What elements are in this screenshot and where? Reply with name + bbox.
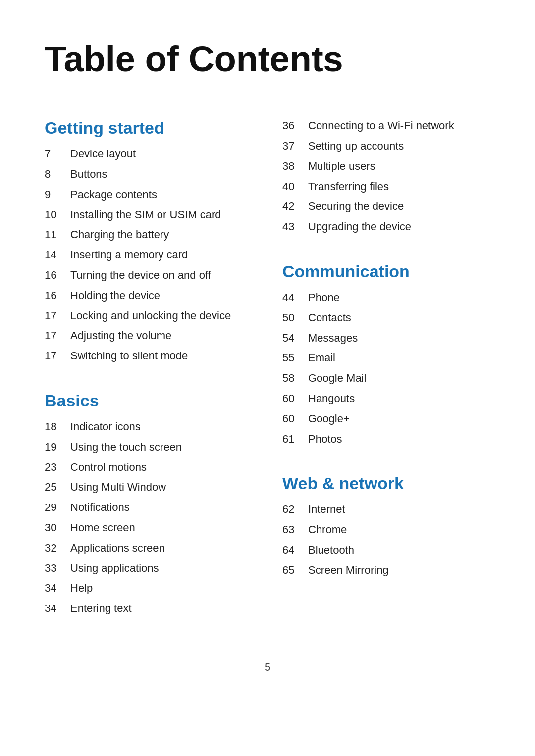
list-item: 40 Transferring files [282, 179, 490, 195]
list-item: 38 Multiple users [282, 159, 490, 174]
page-number: 33 [45, 561, 70, 576]
entry-text: Control motions [70, 460, 147, 475]
list-item: 8 Buttons [45, 167, 253, 182]
page-number: 17 [45, 308, 70, 324]
entry-text: Indicator icons [70, 419, 141, 435]
page-number: 23 [45, 460, 70, 475]
entry-text: Device layout [70, 147, 136, 162]
list-item: 14 Inserting a memory card [45, 248, 253, 263]
page-number: 25 [45, 480, 70, 495]
main-title: Table of Contents [45, 40, 490, 79]
page-number: 34 [45, 581, 70, 596]
entry-text: Google+ [308, 411, 350, 427]
list-item: 63 Chrome [282, 522, 490, 538]
entry-text: Google Mail [308, 371, 366, 386]
page-number: 14 [45, 248, 70, 263]
getting-started-list: 7 Device layout 8 Buttons 9 Package cont… [45, 147, 253, 364]
entry-text: Using Multi Window [70, 480, 166, 495]
list-item: 17 Locking and unlocking the device [45, 308, 253, 324]
entry-text: Adjusting the volume [70, 328, 171, 344]
page-number: 42 [282, 199, 308, 214]
page-number: 60 [282, 411, 308, 427]
page-footer: 5 [45, 661, 490, 674]
entry-text: Bluetooth [308, 543, 354, 558]
page-number: 65 [282, 563, 308, 578]
entry-text: Upgrading the device [308, 219, 411, 235]
page-number: 63 [282, 522, 308, 538]
communication-section: Communication 44 Phone 50 Contacts 54 Me… [282, 262, 490, 447]
entry-text: Using applications [70, 561, 159, 576]
list-item: 65 Screen Mirroring [282, 563, 490, 578]
entry-text: Locking and unlocking the device [70, 308, 231, 324]
entry-text: Applications screen [70, 541, 165, 556]
entry-text: Internet [308, 502, 345, 517]
list-item: 10 Installing the SIM or USIM card [45, 207, 253, 223]
page-number: 58 [282, 371, 308, 386]
list-item: 61 Photos [282, 432, 490, 447]
list-item: 42 Securing the device [282, 199, 490, 214]
entry-text: Connecting to a Wi-Fi network [308, 118, 454, 134]
page-number: 36 [282, 118, 308, 134]
page-number: 54 [282, 331, 308, 346]
list-item: 9 Package contents [45, 187, 253, 202]
entry-text: Transferring files [308, 179, 389, 195]
right-column: 36 Connecting to a Wi-Fi network 37 Sett… [282, 118, 490, 621]
list-item: 34 Entering text [45, 601, 253, 616]
web-network-section: Web & network 62 Internet 63 Chrome 64 B… [282, 474, 490, 578]
entry-text: Inserting a memory card [70, 248, 188, 263]
page-number: 40 [282, 179, 308, 195]
communication-list: 44 Phone 50 Contacts 54 Messages 55 Emai… [282, 290, 490, 447]
page-number: 34 [45, 601, 70, 616]
list-item: 33 Using applications [45, 561, 253, 576]
page-number: 29 [45, 500, 70, 515]
list-item: 60 Hangouts [282, 391, 490, 406]
section-title-basics: Basics [45, 391, 253, 410]
list-item: 36 Connecting to a Wi-Fi network [282, 118, 490, 134]
entry-text: Package contents [70, 187, 157, 202]
list-item: 17 Switching to silent mode [45, 349, 253, 364]
list-item: 19 Using the touch screen [45, 440, 253, 455]
entry-text: Email [308, 351, 335, 366]
list-item: 60 Google+ [282, 411, 490, 427]
list-item: 64 Bluetooth [282, 543, 490, 558]
basics-section: Basics 18 Indicator icons 19 Using the t… [45, 391, 253, 616]
entry-text: Notifications [70, 500, 130, 515]
entry-text: Home screen [70, 520, 135, 536]
page-container: Table of Contents Getting started 7 Devi… [0, 0, 535, 713]
list-item: 29 Notifications [45, 500, 253, 515]
entry-text: Multiple users [308, 159, 375, 174]
page-number: 62 [282, 502, 308, 517]
page-number: 10 [45, 207, 70, 223]
entry-text: Photos [308, 432, 342, 447]
entry-text: Charging the battery [70, 227, 169, 243]
list-item: 16 Turning the device on and off [45, 268, 253, 283]
page-number: 8 [45, 167, 70, 182]
page-number: 17 [45, 328, 70, 344]
page-number: 18 [45, 419, 70, 435]
left-column: Getting started 7 Device layout 8 Button… [45, 118, 253, 621]
entry-text: Contacts [308, 310, 351, 326]
entry-text: Entering text [70, 601, 132, 616]
list-item: 11 Charging the battery [45, 227, 253, 243]
list-item: 50 Contacts [282, 310, 490, 326]
entry-text: Turning the device on and off [70, 268, 211, 283]
page-number: 16 [45, 288, 70, 303]
entry-text: Phone [308, 290, 340, 305]
page-number: 7 [45, 147, 70, 162]
page-number: 9 [45, 187, 70, 202]
list-item: 62 Internet [282, 502, 490, 517]
section-title-communication: Communication [282, 262, 490, 281]
list-item: 23 Control motions [45, 460, 253, 475]
entry-text: Messages [308, 331, 358, 346]
entry-text: Switching to silent mode [70, 349, 188, 364]
list-item: 37 Setting up accounts [282, 139, 490, 154]
list-item: 34 Help [45, 581, 253, 596]
page-number: 61 [282, 432, 308, 447]
list-item: 32 Applications screen [45, 541, 253, 556]
page-number: 43 [282, 219, 308, 235]
entry-text: Securing the device [308, 199, 404, 214]
basics-list: 18 Indicator icons 19 Using the touch sc… [45, 419, 253, 616]
right-top-list: 36 Connecting to a Wi-Fi network 37 Sett… [282, 118, 490, 235]
entry-text: Screen Mirroring [308, 563, 389, 578]
list-item: 7 Device layout [45, 147, 253, 162]
